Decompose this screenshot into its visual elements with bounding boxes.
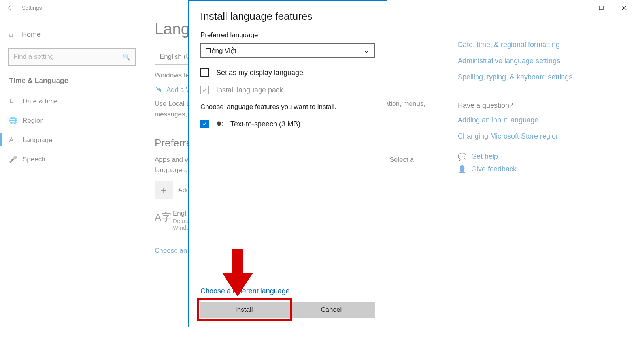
preferred-language-select[interactable]: Tiếng Việt ⌄ [200,43,375,58]
search-input-wrap[interactable]: 🔍 [8,48,136,66]
related-link-admin[interactable]: Administrative language settings [458,56,608,66]
tts-icon: 🗣 [216,120,227,128]
svg-rect-1 [599,6,603,10]
give-feedback-link[interactable]: 👤 Give feedback [458,165,608,174]
home-label: Home [22,30,41,39]
language-icon: A⁺ [9,136,23,144]
checkbox-label: Install language pack [216,86,283,94]
minimize-button[interactable] [567,0,590,15]
back-button[interactable] [0,0,19,15]
related-link-date-time[interactable]: Date, time, & regional formatting [458,40,608,50]
sidebar-section-header: Time & Language [0,77,143,92]
chevron-down-icon: ⌄ [364,47,369,55]
install-language-modal: Install language features Preferred lang… [188,0,387,327]
sidebar-item-label: Date & time [23,98,58,105]
plus-icon: ＋ [155,181,173,199]
install-language-pack-checkbox: ✓ Install language pack [200,86,375,94]
cancel-button[interactable]: Cancel [288,302,375,318]
search-icon: 🔍 [123,53,130,61]
sidebar-item-date-time[interactable]: 🗓 Date & time [0,92,143,111]
get-help-link[interactable]: 💬 Get help [458,152,608,161]
home-icon: ⌂ [9,31,22,39]
have-question-heading: Have a question? [458,101,608,110]
checkbox-label: Set as my display language [216,69,303,77]
mic-icon: 🎤 [9,155,23,163]
chat-icon: 💬 [458,152,471,161]
checkbox-box: ✓ [200,120,209,128]
preferred-language-label: Preferred language [200,31,375,39]
set-display-language-checkbox[interactable]: Set as my display language [200,68,375,77]
close-button[interactable] [613,0,636,15]
tts-checkbox[interactable]: ✓ 🗣 Text-to-speech (3 MB) [200,120,375,128]
maximize-button[interactable] [590,0,613,15]
choose-different-language-link[interactable]: Choose a different language [200,287,375,295]
store-icon: 🛍 [155,86,166,94]
checkbox-box [200,68,209,77]
sidebar-item-speech[interactable]: 🎤 Speech [0,150,143,169]
install-button[interactable]: Install [200,302,288,318]
sidebar-item-region[interactable]: 🌐 Region [0,111,143,130]
calendar-icon: 🗓 [9,98,23,105]
help-link-store-region[interactable]: Changing Microsoft Store region [458,131,608,141]
related-link-spelling[interactable]: Spelling, typing, & keyboard settings [458,72,608,82]
search-input[interactable] [13,53,123,61]
checkbox-label: Text-to-speech (3 MB) [230,120,300,128]
window-title: Settings [22,5,42,11]
help-link-input[interactable]: Adding an input language [458,115,608,125]
feedback-icon: 👤 [458,165,471,174]
sidebar-home[interactable]: ⌂ Home [0,27,143,42]
language-entry-icon: A字 [155,210,173,224]
modal-title: Install language features [200,10,375,23]
sidebar-item-label: Region [23,117,44,125]
sidebar-item-label: Speech [23,156,45,163]
sidebar-item-language[interactable]: A⁺ Language [0,130,143,150]
preferred-language-value: Tiếng Việt [206,47,236,55]
sidebar-item-label: Language [23,136,53,144]
choose-features-text: Choose language features you want to ins… [200,103,375,111]
checkbox-box: ✓ [200,86,209,94]
globe-icon: 🌐 [9,116,23,125]
